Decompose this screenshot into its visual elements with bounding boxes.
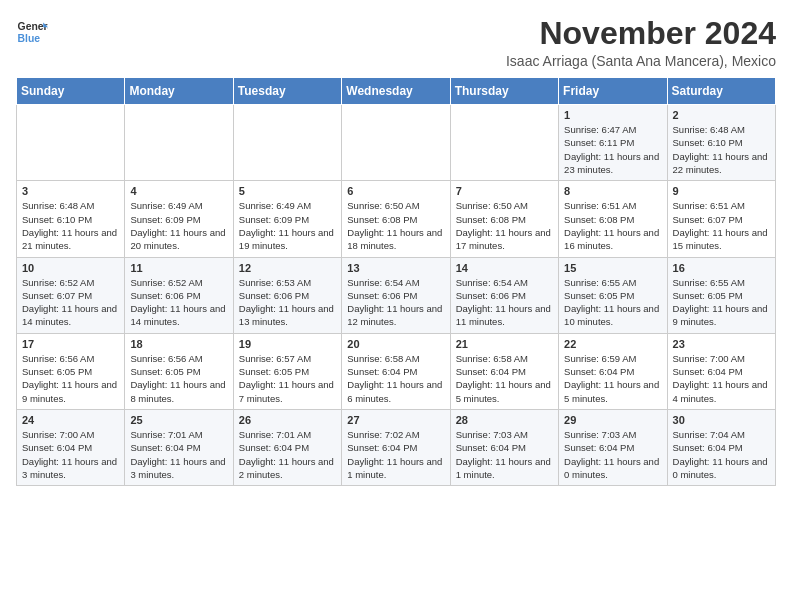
day-info: Sunrise: 7:04 AMSunset: 6:04 PMDaylight:… <box>673 428 770 481</box>
day-info: Sunrise: 6:52 AMSunset: 6:07 PMDaylight:… <box>22 276 119 329</box>
day-number: 28 <box>456 414 553 426</box>
day-cell: 23Sunrise: 7:00 AMSunset: 6:04 PMDayligh… <box>667 333 775 409</box>
day-cell: 5Sunrise: 6:49 AMSunset: 6:09 PMDaylight… <box>233 181 341 257</box>
day-cell: 1Sunrise: 6:47 AMSunset: 6:11 PMDaylight… <box>559 105 667 181</box>
day-info: Sunrise: 6:57 AMSunset: 6:05 PMDaylight:… <box>239 352 336 405</box>
day-cell: 26Sunrise: 7:01 AMSunset: 6:04 PMDayligh… <box>233 409 341 485</box>
day-cell: 28Sunrise: 7:03 AMSunset: 6:04 PMDayligh… <box>450 409 558 485</box>
day-number: 23 <box>673 338 770 350</box>
calendar-body: 1Sunrise: 6:47 AMSunset: 6:11 PMDaylight… <box>17 105 776 486</box>
weekday-header-monday: Monday <box>125 78 233 105</box>
day-cell: 10Sunrise: 6:52 AMSunset: 6:07 PMDayligh… <box>17 257 125 333</box>
day-number: 27 <box>347 414 444 426</box>
day-info: Sunrise: 7:00 AMSunset: 6:04 PMDaylight:… <box>22 428 119 481</box>
day-info: Sunrise: 7:03 AMSunset: 6:04 PMDaylight:… <box>456 428 553 481</box>
weekday-header-sunday: Sunday <box>17 78 125 105</box>
weekday-row: SundayMondayTuesdayWednesdayThursdayFrid… <box>17 78 776 105</box>
day-info: Sunrise: 6:50 AMSunset: 6:08 PMDaylight:… <box>347 199 444 252</box>
day-number: 16 <box>673 262 770 274</box>
weekday-header-wednesday: Wednesday <box>342 78 450 105</box>
week-row-5: 24Sunrise: 7:00 AMSunset: 6:04 PMDayligh… <box>17 409 776 485</box>
day-number: 6 <box>347 185 444 197</box>
day-info: Sunrise: 6:55 AMSunset: 6:05 PMDaylight:… <box>673 276 770 329</box>
day-info: Sunrise: 7:02 AMSunset: 6:04 PMDaylight:… <box>347 428 444 481</box>
day-cell <box>233 105 341 181</box>
day-number: 15 <box>564 262 661 274</box>
day-cell: 11Sunrise: 6:52 AMSunset: 6:06 PMDayligh… <box>125 257 233 333</box>
day-number: 19 <box>239 338 336 350</box>
day-number: 21 <box>456 338 553 350</box>
week-row-4: 17Sunrise: 6:56 AMSunset: 6:05 PMDayligh… <box>17 333 776 409</box>
day-info: Sunrise: 6:48 AMSunset: 6:10 PMDaylight:… <box>22 199 119 252</box>
calendar-table: SundayMondayTuesdayWednesdayThursdayFrid… <box>16 77 776 486</box>
day-info: Sunrise: 7:00 AMSunset: 6:04 PMDaylight:… <box>673 352 770 405</box>
day-cell: 19Sunrise: 6:57 AMSunset: 6:05 PMDayligh… <box>233 333 341 409</box>
day-cell <box>450 105 558 181</box>
logo-icon: General Blue <box>16 16 48 48</box>
page-header: General Blue November 2024 Isaac Arriaga… <box>16 16 776 69</box>
day-number: 1 <box>564 109 661 121</box>
day-info: Sunrise: 6:50 AMSunset: 6:08 PMDaylight:… <box>456 199 553 252</box>
week-row-2: 3Sunrise: 6:48 AMSunset: 6:10 PMDaylight… <box>17 181 776 257</box>
day-info: Sunrise: 7:01 AMSunset: 6:04 PMDaylight:… <box>239 428 336 481</box>
day-info: Sunrise: 6:47 AMSunset: 6:11 PMDaylight:… <box>564 123 661 176</box>
day-cell: 30Sunrise: 7:04 AMSunset: 6:04 PMDayligh… <box>667 409 775 485</box>
logo: General Blue <box>16 16 48 48</box>
day-info: Sunrise: 6:54 AMSunset: 6:06 PMDaylight:… <box>347 276 444 329</box>
day-cell: 6Sunrise: 6:50 AMSunset: 6:08 PMDaylight… <box>342 181 450 257</box>
week-row-3: 10Sunrise: 6:52 AMSunset: 6:07 PMDayligh… <box>17 257 776 333</box>
day-cell: 27Sunrise: 7:02 AMSunset: 6:04 PMDayligh… <box>342 409 450 485</box>
weekday-header-tuesday: Tuesday <box>233 78 341 105</box>
day-info: Sunrise: 6:58 AMSunset: 6:04 PMDaylight:… <box>456 352 553 405</box>
day-cell: 16Sunrise: 6:55 AMSunset: 6:05 PMDayligh… <box>667 257 775 333</box>
day-number: 2 <box>673 109 770 121</box>
day-number: 29 <box>564 414 661 426</box>
day-info: Sunrise: 6:54 AMSunset: 6:06 PMDaylight:… <box>456 276 553 329</box>
day-number: 14 <box>456 262 553 274</box>
weekday-header-friday: Friday <box>559 78 667 105</box>
day-cell: 29Sunrise: 7:03 AMSunset: 6:04 PMDayligh… <box>559 409 667 485</box>
day-cell: 2Sunrise: 6:48 AMSunset: 6:10 PMDaylight… <box>667 105 775 181</box>
day-info: Sunrise: 6:58 AMSunset: 6:04 PMDaylight:… <box>347 352 444 405</box>
day-number: 25 <box>130 414 227 426</box>
day-info: Sunrise: 7:03 AMSunset: 6:04 PMDaylight:… <box>564 428 661 481</box>
day-info: Sunrise: 6:53 AMSunset: 6:06 PMDaylight:… <box>239 276 336 329</box>
day-info: Sunrise: 6:56 AMSunset: 6:05 PMDaylight:… <box>130 352 227 405</box>
day-cell: 4Sunrise: 6:49 AMSunset: 6:09 PMDaylight… <box>125 181 233 257</box>
day-number: 10 <box>22 262 119 274</box>
day-number: 26 <box>239 414 336 426</box>
day-cell: 15Sunrise: 6:55 AMSunset: 6:05 PMDayligh… <box>559 257 667 333</box>
weekday-header-thursday: Thursday <box>450 78 558 105</box>
day-cell: 9Sunrise: 6:51 AMSunset: 6:07 PMDaylight… <box>667 181 775 257</box>
day-number: 30 <box>673 414 770 426</box>
day-info: Sunrise: 6:51 AMSunset: 6:08 PMDaylight:… <box>564 199 661 252</box>
day-cell <box>17 105 125 181</box>
day-cell: 21Sunrise: 6:58 AMSunset: 6:04 PMDayligh… <box>450 333 558 409</box>
day-cell: 13Sunrise: 6:54 AMSunset: 6:06 PMDayligh… <box>342 257 450 333</box>
day-number: 13 <box>347 262 444 274</box>
day-cell: 3Sunrise: 6:48 AMSunset: 6:10 PMDaylight… <box>17 181 125 257</box>
day-number: 8 <box>564 185 661 197</box>
day-info: Sunrise: 6:48 AMSunset: 6:10 PMDaylight:… <box>673 123 770 176</box>
day-number: 24 <box>22 414 119 426</box>
day-info: Sunrise: 6:49 AMSunset: 6:09 PMDaylight:… <box>130 199 227 252</box>
day-cell: 12Sunrise: 6:53 AMSunset: 6:06 PMDayligh… <box>233 257 341 333</box>
day-cell: 17Sunrise: 6:56 AMSunset: 6:05 PMDayligh… <box>17 333 125 409</box>
day-number: 7 <box>456 185 553 197</box>
day-number: 22 <box>564 338 661 350</box>
weekday-header-saturday: Saturday <box>667 78 775 105</box>
svg-text:Blue: Blue <box>18 33 41 44</box>
day-number: 9 <box>673 185 770 197</box>
day-number: 17 <box>22 338 119 350</box>
day-cell: 14Sunrise: 6:54 AMSunset: 6:06 PMDayligh… <box>450 257 558 333</box>
day-cell: 22Sunrise: 6:59 AMSunset: 6:04 PMDayligh… <box>559 333 667 409</box>
calendar-header: SundayMondayTuesdayWednesdayThursdayFrid… <box>17 78 776 105</box>
day-cell: 20Sunrise: 6:58 AMSunset: 6:04 PMDayligh… <box>342 333 450 409</box>
day-cell: 24Sunrise: 7:00 AMSunset: 6:04 PMDayligh… <box>17 409 125 485</box>
day-number: 20 <box>347 338 444 350</box>
month-title: November 2024 <box>506 16 776 51</box>
day-number: 18 <box>130 338 227 350</box>
day-cell: 18Sunrise: 6:56 AMSunset: 6:05 PMDayligh… <box>125 333 233 409</box>
day-info: Sunrise: 6:56 AMSunset: 6:05 PMDaylight:… <box>22 352 119 405</box>
day-cell: 25Sunrise: 7:01 AMSunset: 6:04 PMDayligh… <box>125 409 233 485</box>
